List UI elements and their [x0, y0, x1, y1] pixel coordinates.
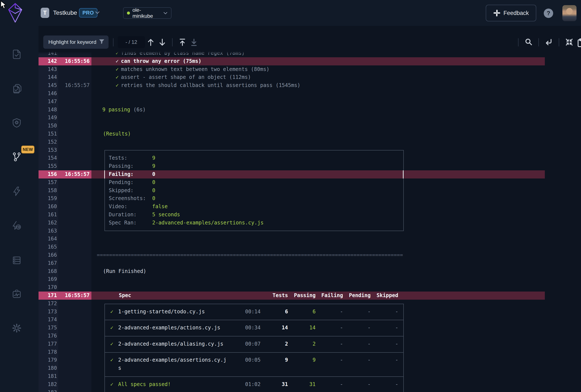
user-avatar[interactable]: [562, 5, 576, 21]
line-number: 168: [38, 267, 57, 275]
log-row-145: 14516:55:57✓retries the should callback …: [38, 81, 581, 90]
log-row-182: 182✓All specs passed!01:023131---: [38, 381, 581, 389]
gear-icon: [12, 323, 22, 333]
log-text-segment: ✓: [116, 65, 118, 73]
log-text-segment: retries the should callback until assert…: [121, 81, 300, 90]
sidebar-item-executors[interactable]: [12, 118, 22, 128]
arrow-down-icon: [159, 38, 166, 46]
sidebar-item-git-flows[interactable]: [12, 152, 22, 162]
scroll-to-bottom-button[interactable]: [190, 38, 198, 47]
divider: [518, 38, 518, 46]
spec-table-line: [104, 352, 404, 353]
env-status-dot-icon: [127, 11, 130, 14]
log-row-171: 17116:55:57SpecTestsPassingFailingPendin…: [38, 292, 581, 300]
copy-log-button[interactable]: [577, 38, 581, 48]
log-row-143: 143✓matches unknown text between two ele…: [38, 65, 581, 73]
feedback-button[interactable]: Feedback: [486, 5, 536, 21]
line-number: 175: [38, 324, 57, 332]
log-text-segment: Spec: [119, 292, 131, 300]
log-line-content: [92, 389, 581, 392]
log-text-segment: -: [395, 308, 398, 316]
line-number: 157: [38, 179, 57, 187]
log-text-segment: -: [368, 340, 370, 348]
log-line-content: (Run Finished): [92, 267, 581, 275]
log-text-segment: -: [395, 324, 398, 332]
search-button[interactable]: [525, 38, 532, 47]
log-text-segment: (Run Finished): [103, 267, 146, 275]
line-number: 166: [38, 251, 57, 259]
copy-clipboard-icon: [577, 38, 581, 47]
org-chevron-down-icon[interactable]: [95, 11, 100, 14]
log-text-segment: ✓: [116, 73, 118, 81]
log-text-segment: -: [368, 324, 370, 332]
log-text-segment: Skipped: [376, 292, 398, 300]
log-text-segment: 6: [285, 308, 288, 316]
toolbar-shadow: [38, 51, 581, 54]
line-number: 174: [38, 316, 57, 324]
log-row-179: 179✓2-advanced-examples/assertions.cy.j0…: [38, 356, 581, 364]
environment-select[interactable]: ole-minikube: [123, 7, 172, 19]
timestamp: 16:55:57: [65, 81, 90, 90]
log-text-segment: ✓: [116, 81, 118, 90]
line-number: 173: [38, 308, 57, 316]
log-line-content: ✓1-getting-started/todo.cy.js00:1466---: [92, 308, 581, 316]
sidebar-item-sources[interactable]: [12, 255, 22, 265]
log-line-content: [92, 122, 581, 130]
log-text-segment: 9: [312, 356, 316, 364]
log-row-180: 180s: [38, 364, 581, 372]
log-line-content: ✓matches unknown text between two elemen…: [92, 65, 581, 73]
line-number: 153: [38, 146, 57, 154]
log-text-segment: can throw any error (75ms): [121, 57, 202, 65]
log-text-segment: ✓: [116, 57, 118, 65]
feedback-label: Feedback: [504, 10, 529, 16]
shield-gear-icon: [12, 118, 22, 128]
testkube-logo-icon[interactable]: [8, 2, 23, 24]
line-number: 178: [38, 348, 57, 356]
line-number: 149: [38, 114, 57, 122]
line-number: 146: [38, 90, 57, 98]
line-number: 159: [38, 195, 57, 203]
log-text-segment: (6s): [133, 106, 146, 114]
help-button[interactable]: ?: [544, 8, 553, 18]
log-line-content: [92, 98, 581, 106]
sidebar-item-status-pages[interactable]: [12, 289, 22, 299]
line-number: 167: [38, 259, 57, 267]
divider: [172, 38, 172, 46]
log-line-content: s: [92, 364, 581, 372]
log-row-183: 183: [38, 389, 581, 392]
spec-table-left-border: [104, 304, 105, 392]
filter-funnel-icon[interactable]: [99, 39, 104, 44]
log-text-segment: 9 passing: [102, 106, 130, 114]
next-match-button[interactable]: [159, 38, 166, 47]
log-row-168: 168(Run Finished): [38, 267, 581, 275]
log-viewport[interactable]: 141✓finds element by class name regex (7…: [38, 51, 581, 392]
org-avatar: T: [41, 8, 49, 18]
line-number: 160: [38, 203, 57, 211]
sidebar-item-triggers[interactable]: [12, 186, 22, 196]
arrow-up-icon: [147, 38, 154, 46]
env-name: ole-minikube: [132, 7, 161, 19]
log-text-segment: -: [395, 356, 398, 364]
git-branch-icon: [12, 152, 22, 162]
log-row-169: 169: [38, 275, 581, 283]
sidebar-item-webhooks[interactable]: [12, 220, 22, 231]
scroll-top-icon: [179, 38, 186, 46]
log-line-content: [92, 259, 581, 267]
lightning-icon: [12, 186, 22, 196]
line-number: 170: [38, 283, 57, 292]
log-row-151: 151(Results): [38, 130, 581, 138]
log-text-segment: 9: [285, 356, 288, 364]
spec-table-line: [104, 320, 404, 320]
log-text-segment: -: [340, 356, 343, 364]
sidebar-item-test-suites[interactable]: [12, 84, 22, 94]
sidebar-item-tests[interactable]: [12, 49, 22, 59]
wrap-lines-button[interactable]: [545, 38, 552, 47]
line-number: 182: [38, 381, 57, 389]
collapse-button[interactable]: [565, 38, 573, 47]
server-stack-icon: [12, 255, 22, 265]
previous-match-button[interactable]: [147, 38, 154, 47]
spec-table-line: [104, 377, 404, 377]
scroll-to-top-button[interactable]: [179, 38, 186, 47]
sidebar-item-settings[interactable]: [12, 323, 22, 333]
log-text-segment: 2: [312, 340, 316, 348]
